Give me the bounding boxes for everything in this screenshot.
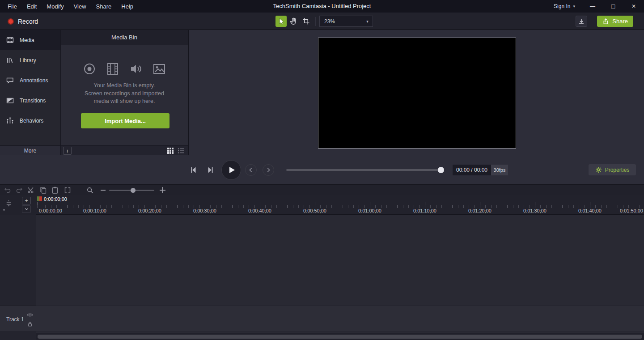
menu-help[interactable]: Help — [116, 3, 138, 10]
menu-file[interactable]: File — [3, 3, 22, 10]
ruler-label: 0:01:50;00 — [620, 208, 643, 213]
horizontal-scrollbar-thumb[interactable] — [38, 335, 642, 339]
maximize-button[interactable]: □ — [603, 0, 623, 13]
copy-button[interactable] — [39, 186, 47, 194]
lock-icon[interactable] — [27, 321, 33, 327]
track-controls: + — [0, 196, 36, 215]
sidebar-item-media[interactable]: Media — [0, 30, 60, 50]
filmstrip-icon — [106, 62, 119, 76]
share-label: Share — [612, 18, 628, 25]
ruler-label: 0:01:00;00 — [358, 208, 381, 213]
seek-slider[interactable] — [286, 169, 443, 171]
playhead-time: 0:00:00;00 — [44, 196, 67, 202]
media-bin-empty-icons — [61, 62, 188, 76]
sidebar-item-library[interactable]: Library — [0, 50, 60, 70]
sidebar-item-annotations[interactable]: Annotations — [0, 70, 60, 90]
camtasia-window: File Edit Modify View Share Help TechSmi… — [0, 0, 644, 340]
crop-tool-button[interactable] — [301, 16, 312, 27]
jump-back-button[interactable] — [245, 164, 257, 176]
ruler-label: 0:00:50;00 — [303, 208, 326, 213]
pan-tool-button[interactable] — [288, 16, 299, 27]
share-icon — [602, 18, 609, 25]
track-name[interactable]: Track 1 — [6, 316, 24, 323]
horizontal-scrollbar[interactable] — [36, 333, 644, 340]
sidebar-item-label: Transitions — [20, 98, 46, 104]
canvas-zoom-dropdown[interactable]: 23% ▾ — [319, 16, 373, 27]
step-forward-button[interactable] — [205, 165, 216, 175]
sidebar-item-label: Behaviors — [20, 118, 43, 124]
ruler-label: 0:01:30;00 — [523, 208, 547, 213]
transitions-icon — [6, 96, 14, 105]
zoom-value: 23% — [320, 18, 362, 25]
speaker-icon — [129, 62, 143, 76]
sidebar-item-label: Media — [20, 37, 34, 43]
add-media-button[interactable]: + — [63, 147, 72, 155]
playhead-line[interactable] — [40, 215, 40, 333]
add-track-button[interactable]: + — [22, 197, 31, 204]
menu-list: File Edit Modify View Share Help — [3, 0, 138, 13]
ruler-row: + 0:00:00;00 0:00:10;00 0:00:20;00 0:00:… — [0, 196, 644, 215]
minimize-button[interactable]: — — [582, 0, 603, 13]
track-header-column: Track 1 — [0, 215, 36, 340]
behaviors-icon — [6, 116, 14, 125]
zoom-in-button[interactable] — [160, 187, 165, 193]
timeline-ruler[interactable]: 0:00:00;00 0:00:10;00 0:00:20;00 0:00:30… — [36, 196, 644, 215]
media-bin-panel: Media Bin Your Media Bin is empty. Scree… — [60, 30, 188, 155]
chevron-down-icon: ▾ — [362, 16, 373, 26]
more-tools-button[interactable]: More — [0, 145, 60, 155]
split-button[interactable] — [64, 186, 72, 194]
library-icon — [6, 56, 14, 64]
playhead-line[interactable] — [40, 201, 40, 215]
grid-view-button[interactable] — [167, 147, 174, 154]
list-view-button[interactable] — [178, 147, 185, 154]
timeline-body: Track 1 — [0, 215, 644, 340]
menu-edit[interactable]: Edit — [22, 3, 42, 10]
cut-button[interactable] — [27, 186, 35, 194]
timeline-zoom-slider[interactable] — [109, 190, 154, 191]
more-label: More — [24, 148, 36, 154]
seek-slider-thumb[interactable] — [438, 167, 444, 173]
record-button[interactable]: Record — [4, 15, 41, 27]
step-back-button[interactable] — [188, 165, 199, 175]
collapse-tracks-button[interactable] — [22, 205, 31, 213]
media-bin-title: Media Bin — [61, 30, 188, 45]
sign-in-label: Sign In — [554, 3, 570, 9]
menu-modify[interactable]: Modify — [42, 3, 68, 10]
download-icon — [578, 18, 585, 25]
media-bin-footer: + — [61, 145, 188, 155]
cursor-arrow-icon — [277, 17, 285, 25]
menu-view[interactable]: View — [69, 3, 91, 10]
record-icon — [8, 18, 14, 25]
maximize-icon: □ — [611, 3, 615, 10]
timeline-zoom-thumb[interactable] — [131, 188, 136, 193]
zoom-out-button[interactable] — [101, 190, 106, 191]
playhead-out-handle[interactable] — [39, 196, 42, 201]
sign-in-button[interactable]: Sign In ▾ — [547, 3, 582, 9]
menu-share[interactable]: Share — [91, 3, 117, 10]
ruler-label: 0:01:20;00 — [468, 208, 491, 213]
properties-button[interactable]: Properties — [589, 164, 636, 175]
ruler-label: 0:00:10;00 — [83, 208, 106, 213]
redo-button[interactable] — [15, 186, 23, 194]
tool-sidebar: Media Library Annotations Transitions — [0, 30, 60, 155]
main-toolbar: Record 23% ▾ — [0, 13, 644, 30]
ruler-minor-ticks — [36, 205, 644, 208]
import-media-button[interactable]: Import Media... — [81, 113, 169, 128]
minimize-icon: — — [590, 3, 595, 9]
sidebar-item-transitions[interactable]: Transitions — [0, 90, 60, 110]
gear-icon — [595, 166, 602, 173]
preview-stage — [318, 38, 516, 149]
select-tool-button[interactable] — [275, 16, 287, 27]
sidebar-item-behaviors[interactable]: Behaviors — [0, 110, 60, 131]
properties-label: Properties — [605, 167, 630, 173]
close-button[interactable]: ✕ — [623, 0, 644, 13]
download-button[interactable] — [576, 16, 587, 27]
image-icon — [153, 62, 166, 76]
share-button[interactable]: Share — [597, 16, 633, 27]
track-height-control[interactable] — [5, 200, 13, 207]
play-button[interactable] — [221, 160, 241, 180]
undo-button[interactable] — [4, 186, 12, 194]
eye-icon[interactable] — [27, 313, 33, 317]
jump-forward-button[interactable] — [263, 164, 274, 176]
paste-button[interactable] — [51, 186, 59, 194]
